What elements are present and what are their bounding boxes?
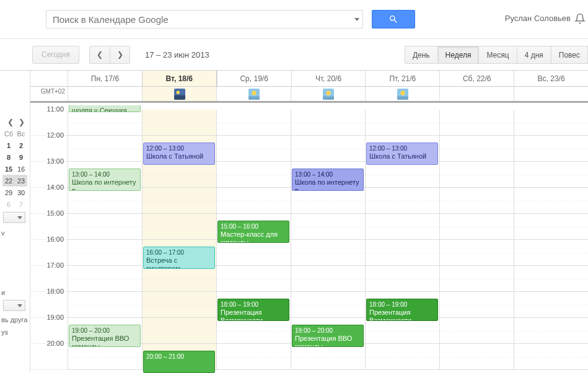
- event[interactable]: 12:00 – 13:00Школа с Татьяной: [366, 143, 438, 165]
- svg-point-1: [176, 90, 179, 94]
- day-column[interactable]: 12:00 – 13:00Школа с Татьяной18:00 – 19:…: [365, 110, 439, 370]
- allday-cell[interactable]: [439, 87, 514, 101]
- event-time: 20:00 – 21:00: [146, 353, 212, 361]
- mini-prev[interactable]: ❮: [7, 118, 14, 126]
- sidebar-label: v: [1, 229, 5, 237]
- mini-calendar: СбВс 12 89 1516 2223 2930 67: [2, 128, 27, 210]
- svg-point-7: [326, 90, 330, 95]
- day-header[interactable]: Ср, 19/6: [217, 71, 291, 86]
- event[interactable]: шолпя v Секшукя: [69, 105, 141, 112]
- event[interactable]: 13:00 – 14:00Школа по интернету в: [69, 169, 141, 191]
- sidebar-dropdown[interactable]: [3, 212, 25, 223]
- weather-icon: [323, 89, 334, 100]
- event-time: 15:00 – 16:00: [221, 222, 286, 230]
- view-agenda[interactable]: Повес: [551, 46, 588, 64]
- day-header[interactable]: Сб, 22/6: [439, 71, 514, 86]
- mini-day[interactable]: 23: [15, 175, 27, 186]
- sidebar-label: ys: [1, 328, 8, 336]
- view-switcher: День Неделя Месяц 4 дня Повес: [405, 46, 588, 64]
- chevron-right-icon: ❯: [117, 50, 123, 59]
- view-4days[interactable]: 4 дня: [517, 46, 551, 64]
- chevron-down-icon: [17, 216, 22, 219]
- timezone-label: GMT+02: [30, 87, 68, 101]
- sidebar-label: вь друга: [1, 316, 27, 323]
- event-title: Презентация ВВО команды: [72, 335, 138, 347]
- event-title: Мастер-класс для команды: [221, 230, 286, 243]
- event[interactable]: 13:00 – 14:00Школа по интернету в: [292, 169, 364, 191]
- event-time: 18:00 – 19:00: [221, 301, 286, 309]
- mini-day[interactable]: 15: [2, 163, 15, 175]
- search-input[interactable]: [46, 14, 351, 25]
- weather-icon: [397, 89, 408, 100]
- day-header[interactable]: Вт, 18/6: [142, 71, 217, 86]
- chevron-down-icon: [354, 18, 359, 21]
- allday-cell[interactable]: [68, 87, 142, 101]
- event[interactable]: 18:00 – 19:00Презентация Возможности: [366, 299, 438, 321]
- mini-day[interactable]: 8: [2, 151, 15, 163]
- event-title: Школа по интернету в: [295, 178, 361, 191]
- calendar: Пн, 17/6 Вт, 18/6 Ср, 19/6 Чт, 20/6 Пт, …: [30, 71, 588, 373]
- mini-day[interactable]: 22: [2, 175, 15, 186]
- search-button[interactable]: [372, 10, 415, 29]
- day-header[interactable]: Пт, 21/6: [365, 71, 439, 86]
- event-title: Школа с Татьяной: [146, 152, 212, 160]
- mini-header: Вс: [15, 128, 27, 139]
- search-dropdown[interactable]: [351, 11, 362, 28]
- event[interactable]: 19:00 – 20:00Презентация ВВО команды: [69, 325, 141, 347]
- day-column[interactable]: шолпя v Секшукя13:00 – 14:00Школа по инт…: [68, 110, 142, 370]
- day-header[interactable]: Пн, 17/6: [68, 71, 142, 86]
- allday-cell[interactable]: [216, 87, 291, 101]
- mini-day[interactable]: 2: [15, 139, 27, 151]
- event[interactable]: 15:00 – 16:00Мастер-класс для команды: [217, 221, 289, 243]
- event-title: шолпя v Секшукя: [72, 107, 138, 112]
- day-column[interactable]: [514, 110, 588, 370]
- time-column: 11:0012:0013:0014:0015:0016:0017:0018:00…: [30, 110, 68, 370]
- mini-day[interactable]: 30: [15, 186, 27, 198]
- svg-rect-8: [323, 96, 334, 99]
- day-column[interactable]: [439, 110, 514, 370]
- day-header[interactable]: Вс, 23/6: [514, 71, 588, 86]
- user-name[interactable]: Руслан Соловьев: [505, 14, 571, 23]
- day-column[interactable]: 13:00 – 14:00Школа по интернету в19:00 –…: [291, 110, 365, 370]
- event-title: Школа с Татьяной: [369, 152, 435, 160]
- search-box[interactable]: [46, 10, 363, 29]
- mini-day[interactable]: 1: [2, 139, 15, 151]
- event-time: 12:00 – 13:00: [369, 144, 435, 152]
- weather-icon: [174, 89, 185, 100]
- view-day[interactable]: День: [405, 46, 438, 64]
- mini-day[interactable]: 7: [15, 198, 27, 210]
- weather-icon: [248, 89, 260, 100]
- notifications-icon[interactable]: [574, 12, 586, 27]
- event[interactable]: 20:00 – 21:00: [143, 351, 215, 373]
- allday-row: GMT+02: [30, 87, 588, 103]
- allday-cell[interactable]: [142, 87, 216, 101]
- event[interactable]: 19:00 – 20:00Презентация ВВО команды: [292, 325, 364, 347]
- mini-next[interactable]: ❯: [19, 118, 25, 126]
- mini-day[interactable]: 29: [2, 186, 15, 198]
- mini-day[interactable]: 9: [15, 151, 27, 163]
- prev-button[interactable]: ❮: [89, 46, 110, 64]
- mini-day[interactable]: 6: [2, 198, 15, 210]
- search-icon: [388, 14, 398, 24]
- allday-cell[interactable]: [514, 87, 588, 101]
- allday-cell[interactable]: [291, 87, 365, 101]
- time-grid: 11:0012:0013:0014:0015:0016:0017:0018:00…: [30, 110, 588, 370]
- day-column[interactable]: 12:00 – 13:00Школа с Татьяной16:00 – 17:…: [142, 110, 216, 370]
- svg-rect-5: [248, 96, 260, 99]
- view-week[interactable]: Неделя: [438, 46, 480, 64]
- day-column[interactable]: 15:00 – 16:00Мастер-класс для команды18:…: [216, 110, 291, 370]
- allday-cell[interactable]: [365, 87, 439, 101]
- sidebar: ❮ ❯ СбВс 12 89 1516 2223 2930 67 v и вь …: [0, 71, 30, 373]
- event[interactable]: 16:00 – 17:00Встреча с риэлтором: [143, 247, 215, 269]
- event-title: Встреча с риэлтором: [146, 257, 212, 269]
- day-header[interactable]: Чт, 20/6: [291, 71, 366, 86]
- mini-day[interactable]: 16: [15, 163, 27, 175]
- mini-header: Сб: [2, 128, 15, 139]
- today-button[interactable]: Сегодня: [32, 46, 79, 64]
- event[interactable]: 18:00 – 19:00Презентация Возможности: [217, 299, 289, 321]
- sidebar-dropdown[interactable]: [3, 300, 25, 311]
- event-title: Школа по интернету в: [72, 178, 138, 191]
- view-month[interactable]: Месяц: [479, 46, 517, 64]
- next-button[interactable]: ❯: [110, 46, 130, 64]
- event[interactable]: 12:00 – 13:00Школа с Татьяной: [143, 143, 215, 165]
